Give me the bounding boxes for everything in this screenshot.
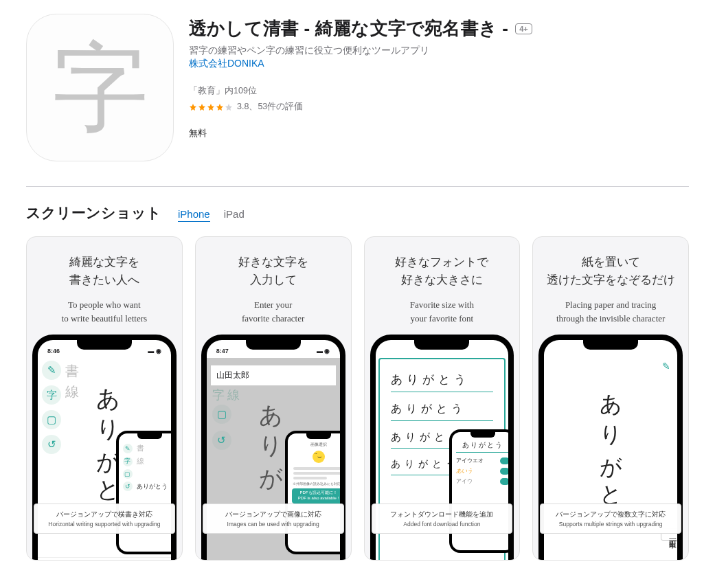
- screenshot-1[interactable]: 綺麗な文字を書きたい人へ To people who wantto write …: [26, 236, 183, 561]
- stars-icon: [189, 103, 233, 111]
- app-icon-glyph: 字: [52, 40, 148, 136]
- cloud-icon: [500, 468, 508, 475]
- age-badge: 4+: [515, 23, 532, 34]
- reload-icon: ↺: [212, 431, 231, 450]
- category-rank: 「教育」内109位: [189, 85, 689, 97]
- app-title: 透かして清書 - 綺麗な文字で宛名書き -: [189, 16, 508, 41]
- pen-icon: ✎: [662, 361, 670, 372]
- notch-icon: [414, 340, 469, 350]
- app-subtitle: 習字の練習やペン字の練習に役立つ便利なツールアプリ: [189, 45, 689, 57]
- shot-1-jp: 綺麗な文字を書きたい人へ: [35, 253, 174, 289]
- tab-iphone[interactable]: iPhone: [178, 208, 210, 222]
- rating-row[interactable]: 3.8、53件の評価: [189, 101, 689, 113]
- device-tabs: iPhone iPad: [178, 208, 245, 222]
- bottom-toolbar: A A ◆ A|: [38, 557, 171, 561]
- mini-phone-2: 画像選択 ¨⌣ ※外部画像の読み込みにも対応！ PDFも読込可能に！PDF is…: [285, 431, 340, 554]
- price-label: 無料: [189, 128, 689, 139]
- shot-1-banner: バージョンアップで横書き対応 Horizontal writing suppor…: [34, 504, 175, 534]
- screenshots-row[interactable]: 綺麗な文字を書きたい人へ To people who wantto write …: [26, 236, 689, 561]
- notch-icon: [77, 340, 132, 350]
- shot-4-jp: 紙を置いて透けた文字をなぞるだけ: [541, 253, 680, 289]
- screenshot-2[interactable]: 好きな文字を入力して Enter yourfavorite character …: [195, 236, 352, 561]
- developer-link[interactable]: 株式会社DONIKA: [189, 58, 264, 69]
- shot-4-en: Placing paper and tracingthrough the inv…: [541, 298, 680, 325]
- mini-phone-3: ありがとう アイウエオ あいう アイウ: [449, 429, 508, 553]
- shot-2-jp: 好きな文字を入力して: [204, 253, 343, 289]
- notch-icon: [246, 340, 301, 350]
- smile-icon: ¨⌣: [313, 451, 325, 463]
- pen-icon: ✎: [42, 361, 61, 380]
- shot-2-banner: バージョンアップで画像に対応 Images can be used with u…: [203, 504, 344, 534]
- tool-buttons: ✎ 字 ▢ ↺: [42, 361, 61, 454]
- text-input: 山田太郎: [211, 365, 336, 386]
- cloud-icon: [500, 457, 508, 464]
- app-header: 字 透かして清書 - 綺麗な文字で宛名書き - 4+ 習字の練習やペン字の練習に…: [26, 14, 689, 187]
- reload-icon: ↺: [42, 435, 61, 454]
- rating-text: 3.8、53件の評価: [237, 101, 303, 113]
- screenshot-3[interactable]: 好きなフォントで好きな大きさに Favorite size withyour f…: [364, 236, 521, 561]
- tab-ipad[interactable]: iPad: [224, 208, 245, 222]
- app-icon: 字: [26, 14, 174, 161]
- shot-3-en: Favorite size withyour favorite font: [373, 298, 512, 325]
- shot-4-banner: バージョンアップで複数文字に対応 Supports multiple strin…: [540, 504, 681, 534]
- kanji-icon: 字: [42, 385, 61, 405]
- shot-3-banner: フォントダウンロード機能を追加 Added font download func…: [372, 504, 513, 534]
- screenshot-4[interactable]: 紙を置いて透けた文字をなぞるだけ Placing paper and traci…: [532, 236, 689, 561]
- shot-3-jp: 好きなフォントで好きな大きさに: [373, 253, 512, 289]
- cloud-icon: [500, 478, 508, 485]
- mini-phone-1: ✎書 字線 ▢ ↺ありがとう: [116, 431, 171, 554]
- shot-2-en: Enter yourfavorite character: [204, 298, 343, 325]
- notch-icon: [583, 340, 638, 350]
- shot-1-en: To people who wantto write beautiful let…: [35, 298, 174, 325]
- image-icon: ▢: [212, 405, 231, 424]
- image-icon: ▢: [42, 410, 61, 429]
- signal-icon: ▬ ◉: [148, 348, 161, 354]
- screenshots-heading: スクリーンショット: [26, 203, 161, 223]
